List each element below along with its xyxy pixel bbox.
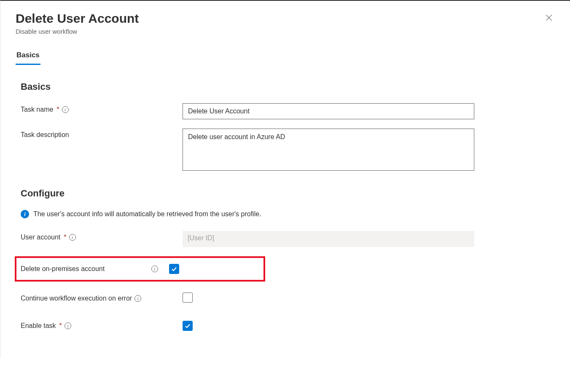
label-enable-task-text: Enable task: [21, 322, 56, 330]
label-delete-onprem: Delete on-premises account i: [21, 265, 169, 273]
close-icon: [545, 13, 553, 22]
page-subtitle: Disable user workflow: [16, 28, 139, 35]
continue-on-error-checkbox[interactable]: [183, 293, 193, 303]
row-task-name: Task name * i: [21, 103, 555, 119]
task-name-input[interactable]: [183, 103, 474, 119]
required-marker: *: [64, 234, 66, 241]
label-task-name-text: Task name: [21, 106, 53, 113]
panel-header: Delete User Account Disable user workflo…: [16, 11, 555, 35]
page-title: Delete User Account: [16, 11, 139, 26]
label-task-name: Task name * i: [21, 103, 183, 113]
label-user-account-text: User account: [21, 234, 60, 241]
info-banner-icon: i: [21, 210, 29, 218]
label-delete-onprem-text: Delete on-premises account: [21, 265, 105, 273]
user-account-field: [User ID]: [183, 231, 474, 247]
delete-onprem-checkbox[interactable]: [169, 264, 179, 274]
row-user-account: User account * i [User ID]: [21, 231, 555, 247]
highlight-delete-onprem: Delete on-premises account i: [15, 256, 265, 282]
tab-basics[interactable]: Basics: [16, 51, 40, 65]
label-user-account: User account * i: [21, 231, 183, 241]
required-marker: *: [59, 322, 62, 330]
info-icon[interactable]: i: [69, 234, 76, 241]
section-configure-heading: Configure: [16, 188, 555, 199]
required-marker: *: [56, 106, 59, 113]
delete-user-account-panel: Delete User Account Disable user workflo…: [0, 0, 570, 358]
configure-info-banner: i The user's account info will automatic…: [21, 210, 555, 218]
tabs: Basics: [16, 51, 555, 65]
info-icon[interactable]: i: [151, 266, 158, 272]
label-task-description: Task description: [21, 129, 183, 139]
label-enable-task: Enable task * i: [21, 322, 183, 330]
row-continue-on-error: Continue workflow execution on error i: [21, 293, 555, 304]
label-continue-on-error-text: Continue workflow execution on error: [21, 295, 132, 302]
info-banner-text: The user's account info will automatical…: [33, 210, 261, 218]
label-task-description-text: Task description: [21, 131, 69, 139]
row-task-description: Task description: [21, 129, 555, 172]
section-basics-heading: Basics: [16, 81, 555, 92]
info-icon[interactable]: i: [62, 106, 69, 113]
info-icon[interactable]: i: [134, 295, 141, 302]
check-icon: [171, 266, 177, 272]
check-icon: [184, 322, 191, 329]
row-enable-task: Enable task * i: [21, 321, 555, 331]
task-description-input[interactable]: [183, 129, 474, 171]
enable-task-checkbox[interactable]: [183, 321, 193, 331]
close-button[interactable]: [543, 13, 555, 24]
label-continue-on-error: Continue workflow execution on error i: [21, 295, 183, 302]
info-icon[interactable]: i: [65, 322, 71, 329]
